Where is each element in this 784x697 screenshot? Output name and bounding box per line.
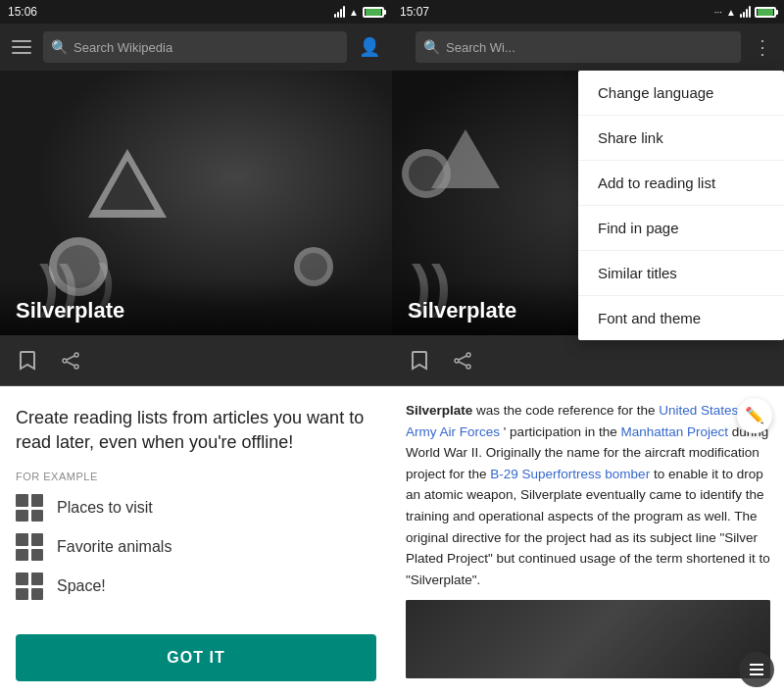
user-icon[interactable]: 👤 xyxy=(359,36,380,58)
svg-point-6 xyxy=(455,359,459,363)
menu-find-in-page[interactable]: Find in page xyxy=(578,206,784,251)
for-example-label: FOR EXAMPLE xyxy=(16,471,376,482)
toc-button[interactable] xyxy=(739,652,774,687)
right-panel: 15:07 ··· ▲ 🔍 Search Wi... ⋮ Change l xyxy=(392,0,784,697)
svg-line-9 xyxy=(459,362,466,366)
right-action-bar xyxy=(392,335,784,386)
svg-line-4 xyxy=(67,362,74,366)
left-panel: 15:06 ▲ 🔍 Search Wikipedia 👤 xyxy=(0,0,392,697)
right-time: 15:07 xyxy=(400,5,429,19)
menu-add-reading-list[interactable]: Add to reading list xyxy=(578,161,784,206)
more-options-button[interactable]: ⋮ xyxy=(753,35,772,59)
link-b29[interactable]: B-29 Superfortress bomber xyxy=(490,467,650,481)
menu-change-language[interactable]: Change language xyxy=(578,71,784,116)
reading-list-promo: Create reading lists from articles you w… xyxy=(0,386,392,697)
left-action-bar xyxy=(0,335,392,386)
svg-point-5 xyxy=(466,353,470,357)
right-search-bar[interactable]: 🔍 Search Wi... xyxy=(416,31,741,63)
triangle-marking xyxy=(78,139,176,237)
right-bookmark-button[interactable] xyxy=(408,349,431,373)
article-image xyxy=(406,600,770,678)
example-label-1: Places to visit xyxy=(57,499,153,517)
dropdown-menu: Change language Share link Add to readin… xyxy=(578,71,784,340)
network-icon: ▲ xyxy=(726,7,736,18)
right-share-button[interactable] xyxy=(451,349,474,373)
image-placeholder xyxy=(406,600,770,678)
article-content: Silverplate was the code reference for t… xyxy=(392,386,784,697)
menu-font-theme[interactable]: Font and theme xyxy=(578,296,784,340)
list-item: Space! xyxy=(16,573,376,600)
menu-share-link[interactable]: Share link xyxy=(578,116,784,161)
wifi-icon: ··· xyxy=(714,7,722,18)
list-item: Favorite animals xyxy=(16,533,376,561)
share-action-button[interactable] xyxy=(59,349,82,373)
svg-point-1 xyxy=(63,359,67,363)
left-article-title: Silverplate xyxy=(0,278,392,335)
left-status-bar: 15:06 ▲ xyxy=(0,0,392,24)
right-toolbar: 🔍 Search Wi... ⋮ xyxy=(392,24,784,71)
example-list: Places to visit Favorite animals Space! xyxy=(16,494,376,619)
battery-icon xyxy=(755,7,776,18)
edit-button[interactable]: ✏️ xyxy=(737,398,772,433)
right-status-bar: 15:07 ··· ▲ xyxy=(392,0,784,24)
right-status-icons: ··· ▲ xyxy=(714,6,776,18)
svg-point-0 xyxy=(74,353,78,357)
article-body-4: to enable it to drop an atomic weapon, S… xyxy=(406,467,770,587)
menu-button[interactable] xyxy=(12,40,31,54)
grid-icon-3 xyxy=(16,573,43,600)
grid-icon-1 xyxy=(16,494,43,522)
example-label-3: Space! xyxy=(57,577,106,595)
signal-icon xyxy=(740,6,751,18)
article-body: was the code reference for the xyxy=(476,403,659,418)
left-hero-image: )) ) Silverplate xyxy=(0,71,392,335)
search-icon: 🔍 xyxy=(51,39,68,55)
bookmark-action-button[interactable] xyxy=(16,349,39,373)
battery-icon xyxy=(363,7,384,18)
left-search-bar[interactable]: 🔍 Search Wikipedia xyxy=(43,31,347,63)
menu-similar-titles[interactable]: Similar titles xyxy=(578,251,784,296)
article-text: Silverplate was the code reference for t… xyxy=(406,400,770,590)
network-icon: ▲ xyxy=(349,7,359,18)
article-bold: Silverplate xyxy=(406,403,472,418)
search-placeholder: Search Wikipedia xyxy=(74,40,172,55)
svg-line-8 xyxy=(459,356,466,360)
list-item: Places to visit xyxy=(16,494,376,522)
svg-point-2 xyxy=(74,365,78,369)
example-label-2: Favorite animals xyxy=(57,538,172,556)
left-toolbar: 🔍 Search Wikipedia 👤 xyxy=(0,24,392,71)
svg-line-3 xyxy=(67,356,74,360)
article-body-2: ' participation in the xyxy=(504,424,621,439)
got-it-button[interactable]: GOT IT xyxy=(16,634,376,681)
grid-icon-2 xyxy=(16,533,43,561)
right-search-placeholder: Search Wi... xyxy=(446,40,515,55)
signal-icon xyxy=(334,6,345,18)
link-manhattan[interactable]: Manhattan Project xyxy=(620,424,728,439)
left-status-icons: ▲ xyxy=(334,6,384,18)
left-time: 15:06 xyxy=(8,5,37,19)
svg-point-7 xyxy=(466,365,470,369)
promo-title: Create reading lists from articles you w… xyxy=(16,406,376,455)
right-search-icon: 🔍 xyxy=(423,39,440,55)
